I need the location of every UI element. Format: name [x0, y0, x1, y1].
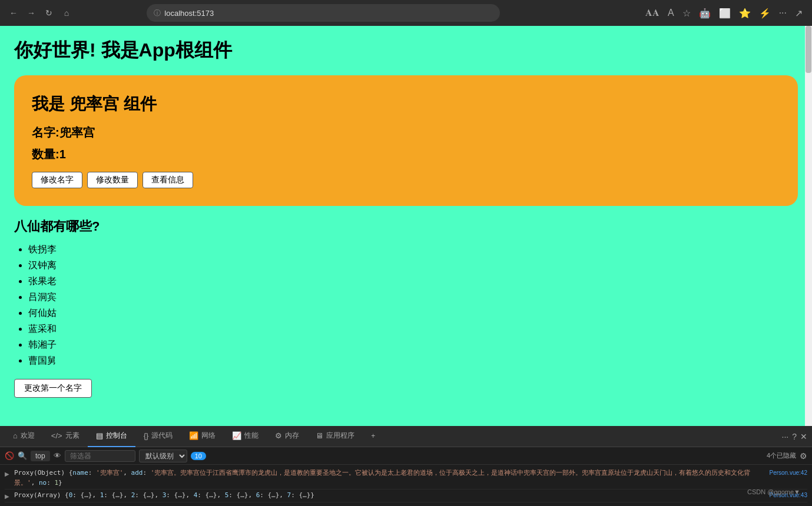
address-bar[interactable]: ⓘ localhost:5173	[147, 4, 500, 22]
csdn-watermark: CSDN @ggome▼	[747, 488, 800, 495]
devtools-right-controls: ··· ? ✕	[782, 432, 807, 441]
card-count-field: 数量:1	[32, 147, 780, 162]
console-line: ▶ Proxy(Object) {name: '兜率宫', add: '兜率宫。…	[5, 467, 807, 490]
list-item: 吕洞宾	[28, 291, 798, 304]
hidden-count: 4个已隐藏	[767, 451, 796, 460]
expand-arrow-1[interactable]: ▶	[5, 470, 9, 478]
home-button[interactable]: ⌂	[60, 6, 73, 19]
console-prompt-icon: >	[5, 504, 9, 506]
orange-card: 我是 兜率宫 组件 名字:兜率宫 数量:1 修改名字 修改数量 查看信息	[14, 75, 798, 206]
extensions-icon[interactable]: 🤖	[697, 5, 713, 21]
card-title: 我是 兜率宫 组件	[32, 93, 780, 115]
tab-elements-label: 元素	[65, 431, 79, 441]
tab-network-label: 网络	[201, 431, 216, 441]
performance-icon: 📈	[232, 431, 241, 440]
application-icon: 🖥	[316, 431, 323, 440]
list-item: 韩湘子	[28, 339, 798, 351]
forward-button[interactable]: →	[25, 6, 38, 19]
console-source-1[interactable]: Person.vue:42	[770, 468, 808, 477]
console-line: ▶ Proxy(Array) {0: {…}, 1: {…}, 2: {…}, …	[5, 490, 807, 502]
more-icon[interactable]: ···	[777, 5, 789, 21]
memory-icon: ⚙	[275, 431, 282, 440]
list-item: 张果老	[28, 275, 798, 288]
modify-count-button[interactable]: 修改数量	[87, 172, 138, 188]
immortals-list: 铁拐李 汉钟离 张果老 吕洞宾 何仙姑 蓝采和 韩湘子 曹国舅	[14, 244, 798, 367]
card-name-field: 名字:兜率宫	[32, 125, 780, 141]
list-item: 何仙姑	[28, 307, 798, 319]
console-filter-input[interactable]	[65, 450, 135, 462]
more-options-icon[interactable]: ···	[782, 432, 789, 441]
page-title: 你好世界! 我是App根组件	[14, 38, 798, 64]
expand-arrow-2[interactable]: ▶	[5, 492, 9, 501]
close-devtools-icon[interactable]: ✕	[800, 432, 807, 441]
browser-essentials-icon[interactable]: ⚡	[757, 5, 773, 21]
elements-icon: </>	[51, 431, 62, 440]
devtools-tabs: ⌂ 欢迎 </> 元素 ▤ 控制台 {} 源代码 📶 网络 📈 性能 ⚙ 内存 …	[0, 426, 812, 447]
view-info-button[interactable]: 查看信息	[142, 172, 193, 188]
tab-application-label: 应用程序	[326, 431, 354, 441]
read-aloud-icon[interactable]: 𝐀𝐀	[643, 5, 662, 21]
page-scrollbar[interactable]	[805, 26, 812, 426]
devtools-settings-icon[interactable]: ⚙	[800, 451, 807, 461]
devtools-toolbar: 🚫 🔍 top 👁 默认级别 10 4个已隐藏 ⚙	[0, 447, 812, 465]
list-item: 汉钟离	[28, 259, 798, 272]
tab-sources[interactable]: {} 源代码	[135, 426, 181, 447]
home-icon: ⌂	[13, 431, 18, 440]
list-item: 蓝采和	[28, 323, 798, 335]
tab-sources-label: 源代码	[151, 431, 173, 441]
top-context-selector[interactable]: top	[31, 451, 50, 461]
back-button[interactable]: ←	[7, 6, 20, 19]
browser-chrome: ← → ↻ ⌂ ⓘ localhost:5173 𝐀𝐀 A ☆ 🤖 ⬜ ⭐ ⚡ …	[0, 0, 812, 26]
change-first-name-button[interactable]: 更改第一个名字	[14, 379, 92, 398]
tab-performance[interactable]: 📈 性能	[224, 426, 267, 447]
eye-icon[interactable]: 👁	[54, 451, 61, 460]
console-text-2: Proxy(Array) {0: {…}, 1: {…}, 2: {…}, 3:…	[14, 491, 765, 501]
tab-welcome[interactable]: ⌂ 欢迎	[5, 426, 43, 447]
help-icon[interactable]: ?	[792, 432, 797, 441]
modify-name-button[interactable]: 修改名字	[32, 172, 82, 188]
tab-memory[interactable]: ⚙ 内存	[267, 426, 307, 447]
card-buttons: 修改名字 修改数量 查看信息	[32, 172, 780, 188]
tab-application[interactable]: 🖥 应用程序	[307, 426, 363, 447]
tab-add-label: +	[371, 432, 375, 440]
clear-console-icon[interactable]: 🚫	[5, 451, 14, 460]
scroll-thumb[interactable]	[806, 26, 811, 73]
sources-icon: {}	[144, 431, 149, 440]
favorites-icon[interactable]: ☆	[680, 5, 693, 21]
log-level-select[interactable]: 默认级别	[139, 450, 187, 462]
security-icon: ⓘ	[154, 8, 161, 18]
console-prompt-line: >	[5, 502, 807, 506]
page-content: 你好世界! 我是App根组件 我是 兜率宫 组件 名字:兜率宫 数量:1 修改名…	[0, 26, 812, 426]
list-section-title: 八仙都有哪些?	[14, 218, 798, 235]
collections-icon[interactable]: ⭐	[737, 5, 753, 21]
error-badge: 10	[191, 452, 206, 460]
tab-console-label: 控制台	[106, 431, 127, 441]
console-text-1: Proxy(Object) {name: '兜率宫', add: '兜率宫。兜率…	[14, 468, 765, 488]
network-icon: 📶	[189, 431, 198, 440]
list-section: 八仙都有哪些? 铁拐李 汉钟离 张果老 吕洞宾 何仙姑 蓝采和 韩湘子 曹国舅 …	[14, 218, 798, 398]
tab-welcome-label: 欢迎	[21, 431, 35, 441]
reload-button[interactable]: ↻	[42, 6, 55, 19]
url-display: localhost:5173	[164, 9, 214, 18]
split-view-icon[interactable]: ⬜	[717, 5, 733, 21]
restore-icon[interactable]: ↗	[793, 5, 805, 21]
tab-add[interactable]: +	[363, 426, 383, 447]
browser-toolbar-right: 𝐀𝐀 A ☆ 🤖 ⬜ ⭐ ⚡ ··· ↗	[643, 5, 805, 21]
font-size-icon[interactable]: A	[665, 5, 677, 21]
tab-console[interactable]: ▤ 控制台	[88, 426, 135, 447]
tab-network[interactable]: 📶 网络	[181, 426, 224, 447]
filter-icon[interactable]: 🔍	[18, 451, 27, 460]
devtools-panel: ⌂ 欢迎 </> 元素 ▤ 控制台 {} 源代码 📶 网络 📈 性能 ⚙ 内存 …	[0, 426, 812, 506]
tab-memory-label: 内存	[285, 431, 299, 441]
list-item: 曹国舅	[28, 355, 798, 367]
tab-performance-label: 性能	[244, 431, 258, 441]
devtools-console: ▶ Proxy(Object) {name: '兜率宫', add: '兜率宫。…	[0, 465, 812, 506]
tab-elements[interactable]: </> 元素	[43, 426, 88, 447]
console-icon: ▤	[96, 431, 103, 440]
list-item: 铁拐李	[28, 244, 798, 256]
